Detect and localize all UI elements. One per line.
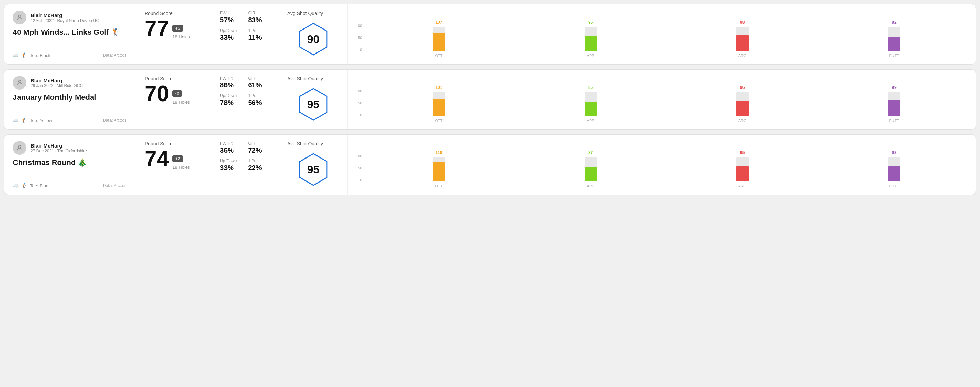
- cloud-icon: ☁️: [13, 183, 19, 188]
- chart-y-labels: 100 50 0: [356, 154, 362, 188]
- card-stats: FW Hit 57% GIR 83% Up/Down 33% 1 Putt 11…: [210, 5, 279, 64]
- card-quality: Avg Shot Quality 90: [279, 5, 348, 64]
- bar-group-ott: 107 OTT: [366, 20, 512, 58]
- bar-wrapper-ott: [433, 157, 445, 181]
- card-left: Blair McHarg 12 Feb 2022 · Royal North D…: [5, 5, 135, 64]
- stat-fw-hit-label: FW Hit: [220, 11, 241, 16]
- score-label: Round Score: [145, 76, 200, 81]
- user-info: Blair McHarg 29 Jan 2022 · Mill Ride GCC: [13, 76, 126, 90]
- round-title: Christmas Round 🎄: [13, 158, 126, 167]
- bar-value-app: 95: [589, 20, 593, 25]
- stat-gir-value: 61%: [248, 81, 269, 89]
- bar-label-app: APP: [587, 54, 595, 58]
- card-left: Blair McHarg 29 Jan 2022 · Mill Ride GCC…: [5, 70, 135, 129]
- user-details: Blair McHarg 12 Feb 2022 · Royal North D…: [30, 12, 99, 23]
- chart-y-labels: 100 50 0: [356, 24, 362, 58]
- bar-fill-app: [585, 102, 597, 116]
- score-number: 77: [145, 17, 169, 40]
- bar-wrapper-putt: [888, 92, 900, 116]
- avatar: [13, 76, 26, 90]
- stat-gir-label: GIR: [248, 76, 269, 81]
- bar-group-putt: 99 PUTT: [821, 85, 967, 123]
- tee-info: ☁️ 🏌 Tee: Black: [13, 52, 51, 58]
- stat-fw-hit-label: FW Hit: [220, 76, 241, 81]
- bar-value-app: 86: [589, 85, 593, 90]
- bar-label-app: APP: [587, 119, 595, 123]
- bar-wrapper-app: [585, 92, 597, 116]
- bar-group-app: 86 APP: [518, 85, 664, 123]
- user-info: Blair McHarg 12 Feb 2022 · Royal North D…: [13, 11, 126, 24]
- bar-label-putt: PUTT: [889, 184, 899, 188]
- stat-fw-hit: FW Hit 57%: [220, 11, 241, 24]
- bar-value-app: 87: [589, 150, 593, 155]
- bar-label-arg: ARG: [738, 119, 746, 123]
- round-title: January Monthly Medal: [13, 93, 126, 102]
- card-left: Blair McHarg 27 Dec 2021 · The Oxfordshi…: [5, 135, 135, 195]
- card-footer: ☁️ 🏌 Tee: Yellow Data: Arccos: [13, 118, 126, 123]
- card-chart: 100 50 0 107 OTT 95 APP: [348, 5, 975, 64]
- score-holes: 18 Holes: [172, 165, 190, 170]
- data-source: Data: Arccos: [103, 118, 126, 123]
- score-number: 70: [145, 82, 169, 105]
- bar-value-putt: 99: [892, 85, 896, 90]
- y-label-50: 50: [356, 101, 362, 105]
- stat-one-putt: 1 Putt 22%: [248, 159, 269, 172]
- hexagon-container: 95: [287, 151, 339, 188]
- tee-label: Tee: Blue: [30, 183, 48, 188]
- stat-one-putt-value: 11%: [248, 33, 269, 41]
- stat-fw-hit-value: 36%: [220, 146, 241, 154]
- bar-group-app: 87 APP: [518, 150, 664, 188]
- stat-up-down-label: Up/Down: [220, 28, 241, 33]
- bar-fill-putt: [888, 37, 900, 51]
- chart-content: 100 50 0 107 OTT 95 APP: [356, 20, 967, 58]
- bar-fill-app: [585, 36, 597, 51]
- bar-label-ott: OTT: [435, 54, 442, 58]
- bar-label-ott: OTT: [435, 119, 442, 123]
- y-label-100: 100: [356, 154, 362, 158]
- y-label-100: 100: [356, 24, 362, 28]
- y-label-50: 50: [356, 36, 362, 40]
- stat-one-putt-label: 1 Putt: [248, 159, 269, 163]
- y-label-0: 0: [356, 178, 362, 182]
- score-badge-group: +5 18 Holes: [172, 25, 190, 40]
- stat-gir: GIR 72%: [248, 141, 269, 154]
- stat-gir-label: GIR: [248, 141, 269, 146]
- card-round2: Blair McHarg 29 Jan 2022 · Mill Ride GCC…: [4, 69, 976, 130]
- user-details: Blair McHarg 27 Dec 2021 · The Oxfordshi…: [30, 143, 87, 153]
- y-label-50: 50: [356, 166, 362, 170]
- cloud-icon: ☁️: [13, 118, 19, 123]
- bar-fill-putt: [888, 167, 900, 181]
- stat-fw-hit: FW Hit 36%: [220, 141, 241, 154]
- card-footer: ☁️ 🏌 Tee: Black Data: Arccos: [13, 52, 126, 58]
- data-source: Data: Arccos: [103, 183, 126, 188]
- bar-label-arg: ARG: [738, 54, 746, 58]
- bar-fill-ott: [433, 33, 445, 51]
- stat-up-down: Up/Down 78%: [220, 93, 241, 107]
- bar-wrapper-putt: [888, 157, 900, 181]
- score-main: 77 +5 18 Holes: [145, 17, 200, 40]
- bar-label-ott: OTT: [435, 184, 442, 188]
- card-stats: FW Hit 36% GIR 72% Up/Down 33% 1 Putt 22…: [210, 135, 279, 195]
- stat-fw-hit-value: 57%: [220, 16, 241, 24]
- bar-value-ott: 110: [435, 150, 442, 155]
- score-badge-group: -2 18 Holes: [172, 90, 190, 105]
- quality-label: Avg Shot Quality: [287, 76, 323, 81]
- stat-gir-value: 83%: [248, 16, 269, 24]
- tee-label: Tee: Black: [30, 53, 51, 58]
- score-holes: 18 Holes: [172, 34, 190, 40]
- score-label: Round Score: [145, 11, 200, 16]
- bar-wrapper-arg: [736, 157, 749, 181]
- bar-wrapper-app: [585, 157, 597, 181]
- bar-group-ott: 101 OTT: [366, 85, 512, 123]
- chart-content: 100 50 0 101 OTT 86 APP: [356, 85, 967, 123]
- bar-group-arg: 95 ARG: [669, 150, 816, 188]
- bag-icon: 🏌: [21, 118, 27, 123]
- bars-wrapper: 107 OTT 95 APP 98 ARG 8: [366, 20, 967, 58]
- round-title: 40 Mph Winds... Links Golf 🏌️: [13, 28, 126, 37]
- card-round3: Blair McHarg 27 Dec 2021 · The Oxfordshi…: [4, 135, 976, 195]
- card-stats: FW Hit 86% GIR 61% Up/Down 78% 1 Putt 56…: [210, 70, 279, 129]
- user-info: Blair McHarg 27 Dec 2021 · The Oxfordshi…: [13, 141, 126, 155]
- stat-one-putt-value: 56%: [248, 99, 269, 107]
- data-source: Data: Arccos: [103, 53, 126, 58]
- stat-one-putt-label: 1 Putt: [248, 93, 269, 98]
